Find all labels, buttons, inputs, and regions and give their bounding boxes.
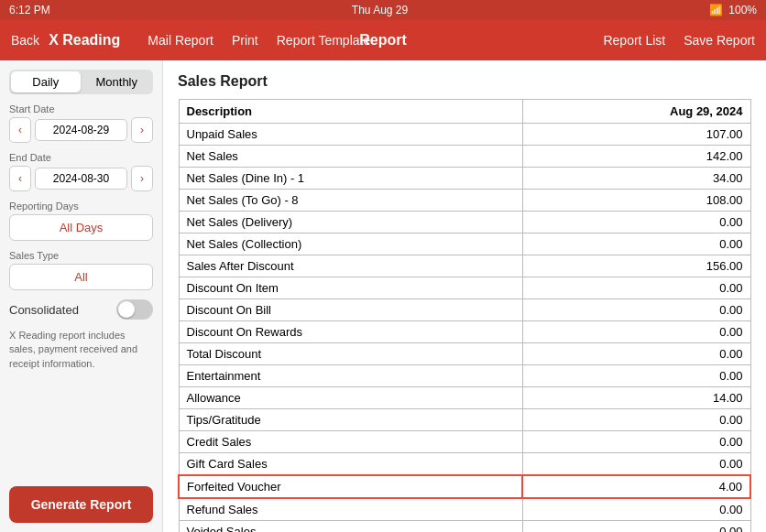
row-value: 0.00: [522, 453, 750, 476]
table-row: Gift Card Sales0.00: [179, 453, 750, 476]
col-description: Description: [179, 100, 522, 124]
main-layout: Daily Monthly Start Date ‹ 2024-08-29 › …: [0, 60, 766, 532]
row-description: Net Sales (Collection): [179, 233, 522, 255]
row-value: 0.00: [522, 498, 750, 521]
row-value: 0.00: [522, 277, 750, 299]
table-row: Allowance14.00: [179, 387, 750, 409]
start-date-prev-button[interactable]: ‹: [9, 117, 31, 143]
consolidated-label: Consolidated: [9, 303, 79, 317]
row-description: Total Discount: [179, 343, 522, 365]
table-row: Refund Sales0.00: [179, 498, 750, 521]
top-nav: Back X Reading Mail Report Print Report …: [0, 20, 766, 60]
all-sales-type-button[interactable]: All: [9, 264, 153, 290]
table-row: Credit Sales0.00: [179, 431, 750, 453]
row-description: Gift Card Sales: [179, 453, 522, 476]
report-area: Sales Report Description Aug 29, 2024 Un…: [163, 60, 766, 532]
row-description: Allowance: [179, 387, 522, 409]
status-day: Thu Aug 29: [352, 4, 408, 16]
row-description: Discount On Bill: [179, 299, 522, 321]
right-actions: Report List Save Report: [603, 33, 755, 48]
consolidated-row: Consolidated: [9, 299, 153, 320]
row-description: Credit Sales: [179, 431, 522, 453]
table-row: Unpaid Sales107.00: [179, 124, 750, 146]
report-template-link[interactable]: Report Template: [277, 33, 370, 48]
row-value: 142.00: [522, 146, 750, 168]
end-date-label: End Date: [9, 152, 153, 163]
report-center-title: Report: [359, 32, 407, 49]
tab-group: Daily Monthly: [9, 70, 153, 94]
tab-daily[interactable]: Daily: [11, 71, 81, 92]
table-row: Total Discount0.00: [179, 343, 750, 365]
row-value: 0.00: [522, 409, 750, 431]
report-table: Description Aug 29, 2024 Unpaid Sales107…: [178, 99, 751, 532]
row-description: Net Sales (Delivery): [179, 212, 522, 233]
table-row: Net Sales (Delivery)0.00: [179, 212, 750, 233]
row-value: 0.00: [522, 233, 750, 255]
info-text: X Reading report includes sales, payment…: [9, 329, 153, 371]
row-value: 0.00: [522, 343, 750, 365]
row-value: 0.00: [522, 431, 750, 453]
end-date-next-button[interactable]: ›: [131, 166, 153, 191]
table-row: Discount On Rewards0.00: [179, 321, 750, 343]
row-description: Sales After Discount: [179, 255, 522, 277]
table-row: Entertainment0.00: [179, 365, 750, 387]
table-row: Net Sales (To Go) - 8108.00: [179, 190, 750, 212]
print-link[interactable]: Print: [232, 33, 258, 48]
end-date-row: ‹ 2024-08-30 ›: [9, 166, 153, 191]
row-value: 107.00: [522, 124, 750, 146]
row-value: 14.00: [522, 387, 750, 409]
table-row: Forfeited Voucher4.00: [179, 475, 750, 498]
generate-report-button[interactable]: Generate Report: [9, 486, 153, 523]
start-date-row: ‹ 2024-08-29 ›: [9, 117, 153, 143]
row-value: 108.00: [522, 190, 750, 212]
col-date: Aug 29, 2024: [522, 100, 750, 124]
row-value: 156.00: [522, 255, 750, 277]
status-time: 6:12 PM: [9, 4, 50, 16]
table-row: Discount On Item0.00: [179, 277, 750, 299]
sales-type-field: Sales Type All: [9, 250, 153, 290]
start-date-field: Start Date ‹ 2024-08-29 ›: [9, 103, 153, 143]
row-description: Tips/Gratitude: [179, 409, 522, 431]
sales-type-label: Sales Type: [9, 250, 153, 261]
wifi-icon: 📶: [709, 4, 723, 16]
row-value: 0.00: [522, 212, 750, 233]
screen-title: X Reading: [49, 32, 120, 49]
table-row: Discount On Bill0.00: [179, 299, 750, 321]
back-button[interactable]: Back: [11, 33, 39, 48]
row-value: 0.00: [522, 299, 750, 321]
row-description: Net Sales (Dine In) - 1: [179, 168, 522, 190]
table-row: Tips/Gratitude0.00: [179, 409, 750, 431]
save-report-link[interactable]: Save Report: [684, 33, 755, 48]
row-value: 34.00: [522, 168, 750, 190]
row-description: Net Sales (To Go) - 8: [179, 190, 522, 212]
end-date-prev-button[interactable]: ‹: [9, 166, 31, 191]
end-date-value[interactable]: 2024-08-30: [35, 168, 127, 190]
row-description: Discount On Item: [179, 277, 522, 299]
row-value: 0.00: [522, 521, 750, 533]
row-description: Unpaid Sales: [179, 124, 522, 146]
all-days-button[interactable]: All Days: [9, 214, 153, 241]
row-description: Voided Sales: [179, 521, 522, 533]
status-right: 📶 100%: [709, 4, 757, 16]
row-value: 4.00: [522, 475, 750, 498]
start-date-next-button[interactable]: ›: [131, 117, 153, 143]
table-row: Net Sales (Dine In) - 134.00: [179, 168, 750, 190]
table-row: Net Sales (Collection)0.00: [179, 233, 750, 255]
table-row: Voided Sales0.00: [179, 521, 750, 533]
mail-report-link[interactable]: Mail Report: [148, 33, 213, 48]
row-description: Net Sales: [179, 146, 522, 168]
start-date-label: Start Date: [9, 103, 153, 114]
start-date-value[interactable]: 2024-08-29: [35, 119, 127, 141]
row-description: Forfeited Voucher: [179, 475, 522, 498]
row-value: 0.00: [522, 321, 750, 343]
consolidated-toggle[interactable]: [116, 299, 153, 320]
reporting-days-label: Reporting Days: [9, 201, 153, 212]
report-list-link[interactable]: Report List: [603, 33, 665, 48]
battery-status: 100%: [728, 4, 757, 16]
table-row: Sales After Discount156.00: [179, 255, 750, 277]
tab-monthly[interactable]: Monthly: [82, 71, 152, 92]
row-description: Discount On Rewards: [179, 321, 522, 343]
row-description: Refund Sales: [179, 498, 522, 521]
row-description: Entertainment: [179, 365, 522, 387]
reporting-days-field: Reporting Days All Days: [9, 201, 153, 241]
